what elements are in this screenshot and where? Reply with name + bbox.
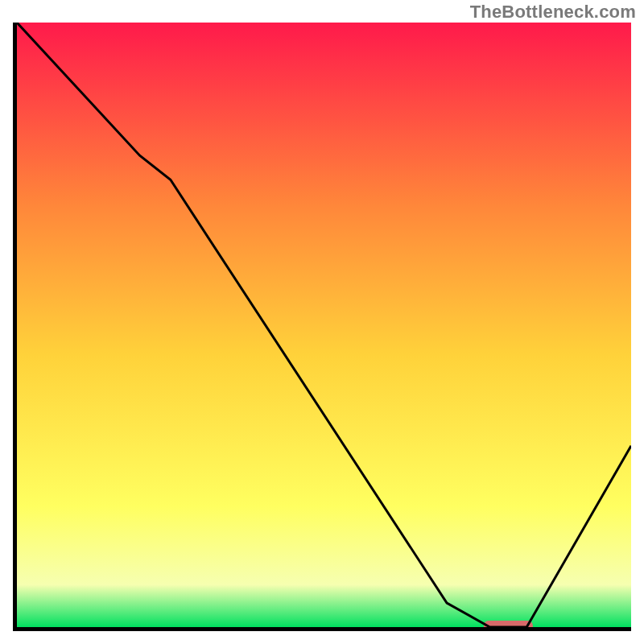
chart-canvas xyxy=(17,23,631,627)
gradient-background xyxy=(17,23,631,627)
attribution-label: TheBottleneck.com xyxy=(470,2,636,23)
